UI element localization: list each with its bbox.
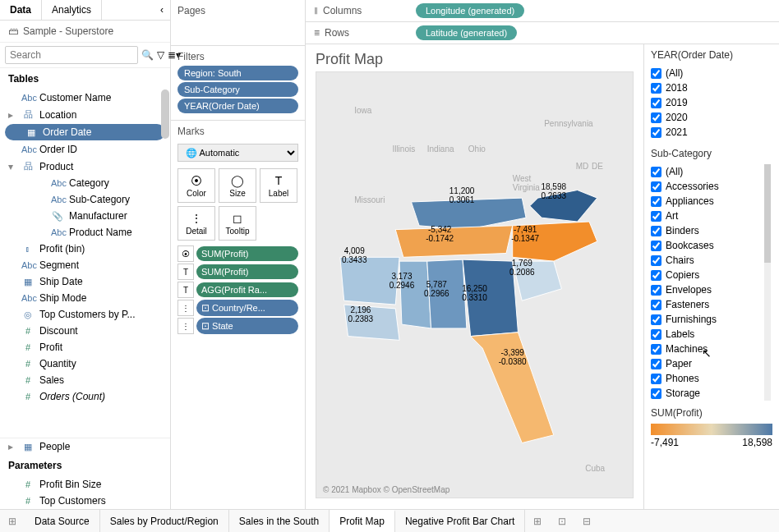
tab-analytics[interactable]: Analytics bbox=[42, 0, 102, 20]
field-category[interactable]: AbcCategory bbox=[0, 175, 170, 191]
mark-label-button[interactable]: TLabel bbox=[260, 168, 297, 203]
year-item[interactable]: 2020 bbox=[651, 110, 772, 125]
sheet-tab[interactable]: Profit Map bbox=[330, 510, 395, 532]
field-sub-category[interactable]: AbcSub-Category bbox=[0, 191, 170, 208]
mark-tooltip-button[interactable]: ◻Tooltip bbox=[219, 206, 256, 241]
state-arkansas[interactable] bbox=[340, 257, 399, 305]
rows-pill[interactable]: Latitude (generated) bbox=[416, 25, 517, 40]
people-table[interactable]: ▸▦People bbox=[0, 438, 170, 455]
subcat-item[interactable]: Chairs bbox=[651, 253, 772, 268]
subcat-scrollbar[interactable] bbox=[764, 164, 771, 401]
mark-pill[interactable]: ⋮⊡ Country/Re... bbox=[177, 300, 298, 316]
sheet-tab[interactable]: Data Source bbox=[25, 510, 100, 532]
new-sheet-icon[interactable]: ⊡ bbox=[550, 516, 574, 527]
state-virginia[interactable] bbox=[530, 190, 597, 222]
subcat-item[interactable]: (All) bbox=[651, 164, 772, 179]
datasource-row[interactable]: 🗃 Sample - Superstore bbox=[0, 21, 170, 43]
database-icon: 🗃 bbox=[8, 25, 18, 37]
field-orders-count-[interactable]: #Orders (Count) bbox=[0, 388, 170, 405]
datasource-tab-icon[interactable]: ⊞ bbox=[0, 516, 25, 527]
field-segment[interactable]: AbcSegment bbox=[0, 257, 170, 273]
sheet-tab[interactable]: Negative Profit Bar Chart bbox=[395, 510, 525, 532]
year-item[interactable]: 2021 bbox=[651, 125, 772, 140]
field-order-date[interactable]: ▦Order Date bbox=[5, 124, 165, 140]
color-legend[interactable]: SUM(Profit) -7,49118,598 bbox=[651, 407, 772, 448]
parameters-header: Parameters bbox=[0, 455, 170, 476]
state-mississippi[interactable] bbox=[399, 261, 431, 328]
field-product[interactable]: ▾品Product bbox=[0, 158, 170, 175]
field-order-id[interactable]: AbcOrder ID bbox=[0, 141, 170, 158]
mark-pill[interactable]: ⋮⊡ State bbox=[177, 318, 298, 334]
filters-shelf[interactable]: Filters Region: SouthSub-CategoryYEAR(Or… bbox=[171, 46, 305, 121]
field-profit[interactable]: #Profit bbox=[0, 339, 170, 355]
mark-color-button[interactable]: ⦿Color bbox=[177, 168, 215, 203]
year-item[interactable]: (All) bbox=[651, 66, 772, 80]
mark-pill[interactable]: TAGG(Profit Ra... bbox=[177, 282, 298, 298]
filter-pill[interactable]: Region: South bbox=[177, 66, 298, 80]
field-top-customers-by-p-[interactable]: ◎Top Customers by P... bbox=[0, 306, 170, 323]
subcat-item[interactable]: Art bbox=[651, 209, 772, 223]
state-northcarolina[interactable] bbox=[513, 222, 597, 261]
state-tennessee[interactable] bbox=[395, 226, 512, 258]
subcat-item[interactable]: Appliances bbox=[651, 194, 772, 209]
collapse-pane-icon[interactable]: ‹ bbox=[154, 0, 170, 20]
field-ship-date[interactable]: ▦Ship Date bbox=[0, 273, 170, 290]
columns-shelf[interactable]: ⦀Columns Longitude (generated) bbox=[306, 0, 779, 22]
filter-pill[interactable]: YEAR(Order Date) bbox=[177, 99, 298, 113]
subcat-item[interactable]: Copiers bbox=[651, 268, 772, 282]
subcat-item[interactable]: Labels bbox=[651, 327, 772, 342]
state-louisiana[interactable] bbox=[344, 305, 399, 340]
state-alabama[interactable] bbox=[427, 259, 467, 328]
scrollbar[interactable] bbox=[160, 89, 170, 438]
marks-type-select[interactable]: 🌐 Automatic bbox=[177, 144, 298, 162]
year-item[interactable]: 2019 bbox=[651, 95, 772, 110]
subcat-item[interactable]: Paper bbox=[651, 356, 772, 371]
mark-pill[interactable]: ⦿SUM(Profit) bbox=[177, 245, 298, 262]
subcat-item[interactable]: Envelopes bbox=[651, 282, 772, 297]
subcat-item[interactable]: Storage bbox=[651, 386, 772, 401]
field-quantity[interactable]: #Quantity bbox=[0, 355, 170, 372]
columns-pill[interactable]: Longitude (generated) bbox=[416, 3, 524, 18]
tab-data[interactable]: Data bbox=[0, 0, 42, 20]
subcat-item[interactable]: Accessories bbox=[651, 179, 772, 194]
subcat-item[interactable]: Phones bbox=[651, 371, 772, 386]
search-input[interactable] bbox=[5, 46, 138, 64]
state-georgia[interactable] bbox=[463, 259, 518, 336]
state-southcarolina[interactable] bbox=[513, 261, 562, 300]
state-kentucky[interactable] bbox=[412, 198, 527, 230]
field-sales[interactable]: #Sales bbox=[0, 372, 170, 388]
new-sheet-icon[interactable]: ⊟ bbox=[574, 516, 599, 527]
state-florida[interactable] bbox=[471, 332, 554, 443]
mark-size-button[interactable]: ◯Size bbox=[219, 168, 256, 203]
year-item[interactable]: 2018 bbox=[651, 80, 772, 95]
field-product-name[interactable]: AbcProduct Name bbox=[0, 224, 170, 241]
viz-title[interactable]: Profit Map bbox=[316, 51, 634, 68]
filter-icon[interactable]: ▽ bbox=[157, 49, 164, 61]
map[interactable]: © 2021 Mapbox © OpenStreetMap 18,5980.26… bbox=[316, 71, 634, 498]
sheet-tabs: ⊞Data SourceSales by Product/RegionSales… bbox=[0, 509, 779, 532]
field-discount[interactable]: #Discount bbox=[0, 323, 170, 339]
field-manufacturer[interactable]: 📎Manufacturer bbox=[0, 208, 170, 224]
sheet-tab[interactable]: Sales in the South bbox=[229, 510, 330, 532]
new-sheet-icon[interactable]: ⊞ bbox=[525, 516, 550, 527]
rows-label: Rows bbox=[325, 27, 349, 39]
subcat-item[interactable]: Machines bbox=[651, 342, 772, 356]
filter-pill[interactable]: Sub-Category bbox=[177, 82, 298, 97]
field-ship-mode[interactable]: AbcShip Mode bbox=[0, 290, 170, 306]
param-profit-bin-size[interactable]: #Profit Bin Size bbox=[0, 476, 170, 493]
field-location[interactable]: ▸品Location bbox=[0, 106, 170, 123]
pages-shelf[interactable]: Pages bbox=[171, 0, 305, 46]
param-top-customers[interactable]: #Top Customers bbox=[0, 493, 170, 509]
field-profit-bin-[interactable]: ⫾Profit (bin) bbox=[0, 241, 170, 257]
mark-detail-button[interactable]: ⋮Detail bbox=[177, 206, 215, 241]
map-attribution: © 2021 Mapbox © OpenStreetMap bbox=[323, 485, 449, 494]
sheet-tab[interactable]: Sales by Product/Region bbox=[100, 510, 229, 532]
rows-shelf[interactable]: ≡Rows Latitude (generated) bbox=[306, 22, 779, 44]
field-customer-name[interactable]: AbcCustomer Name bbox=[0, 89, 170, 106]
search-icon[interactable]: 🔍 bbox=[141, 49, 154, 61]
subcat-item[interactable]: Fasteners bbox=[651, 297, 772, 312]
mark-pill[interactable]: TSUM(Profit) bbox=[177, 264, 298, 280]
subcat-item[interactable]: Binders bbox=[651, 223, 772, 238]
subcat-item[interactable]: Furnishings bbox=[651, 312, 772, 327]
subcat-item[interactable]: Bookcases bbox=[651, 238, 772, 253]
